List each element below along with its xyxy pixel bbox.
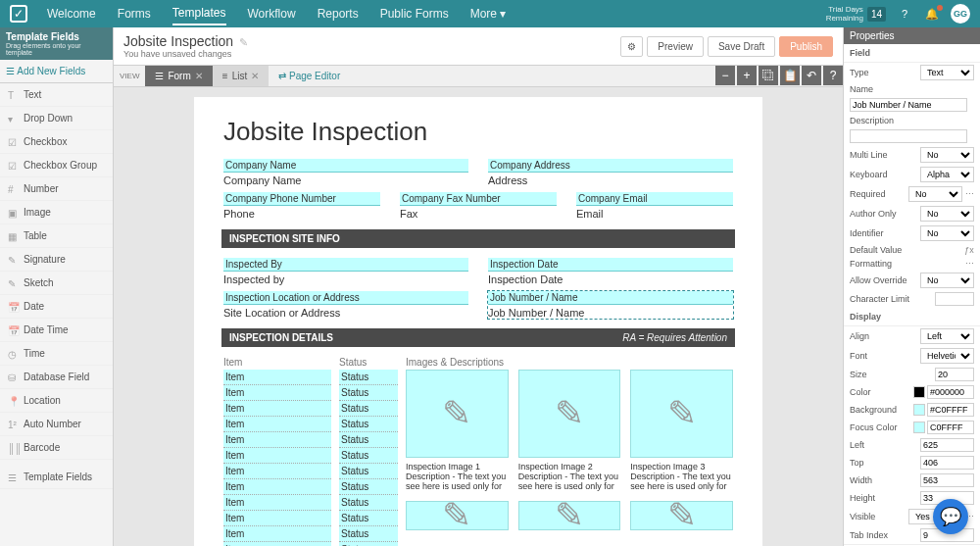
top-input[interactable] — [920, 456, 974, 470]
field-barcode[interactable]: ║║Barcode — [0, 436, 113, 460]
nav-templates[interactable]: Templates — [172, 2, 226, 25]
job-number-field[interactable]: Job Number / NameJob Number / Name — [488, 291, 733, 319]
item-cell[interactable]: Item — [223, 542, 331, 546]
more-icon[interactable]: ⋯ — [964, 259, 974, 269]
field-autonumber[interactable]: 1²Auto Number — [0, 413, 113, 436]
field-image[interactable]: ▣Image — [0, 201, 113, 224]
email-field[interactable]: Company EmailEmail — [576, 192, 733, 220]
status-cell[interactable]: Status — [339, 542, 398, 546]
inspection-image-6[interactable] — [630, 501, 733, 530]
item-cell[interactable]: Item — [223, 385, 331, 401]
charlimit-input[interactable] — [935, 292, 974, 306]
name-input[interactable] — [850, 98, 967, 112]
focus-input[interactable] — [927, 421, 974, 434]
nav-publicforms[interactable]: Public Forms — [380, 3, 449, 25]
inspection-date-field[interactable]: Inspection DateInspection Date — [488, 258, 733, 285]
help-tool-button[interactable]: ? — [823, 66, 843, 85]
field-text[interactable]: TText — [0, 83, 113, 107]
fax-field[interactable]: Company Fax NumberFax — [400, 192, 557, 220]
more-icon[interactable]: ⋯ — [964, 189, 974, 199]
field-table[interactable]: ▦Table — [0, 224, 113, 248]
template-fields-footer[interactable]: ☰Template Fields — [0, 466, 113, 489]
bg-swatch[interactable] — [913, 404, 925, 416]
field-signature[interactable]: ✎Signature — [0, 248, 113, 272]
description-input[interactable] — [850, 129, 967, 143]
field-checkbox-group[interactable]: ☑Checkbox Group — [0, 154, 113, 177]
zoom-in-button[interactable]: + — [737, 66, 757, 85]
status-cell[interactable]: Status — [339, 417, 398, 432]
item-cell[interactable]: Item — [223, 432, 331, 448]
nav-forms[interactable]: Forms — [118, 3, 151, 25]
item-cell[interactable]: Item — [223, 479, 331, 495]
app-logo[interactable] — [10, 5, 27, 23]
edit-title-icon[interactable]: ✎ — [239, 36, 248, 48]
item-cell[interactable]: Item — [223, 495, 331, 511]
phone-field[interactable]: Company Phone NumberPhone — [223, 192, 380, 220]
zoom-out-button[interactable]: − — [715, 66, 735, 85]
help-icon[interactable]: ? — [896, 5, 913, 23]
keyboard-select[interactable]: Alpha — [920, 167, 974, 182]
undo-button[interactable]: ↶ — [802, 66, 821, 85]
color-swatch[interactable] — [913, 386, 925, 398]
item-cell[interactable]: Item — [223, 370, 331, 385]
avatar[interactable]: GG — [951, 4, 970, 24]
focus-swatch[interactable] — [913, 422, 925, 433]
settings-button[interactable]: ⚙ — [620, 36, 643, 57]
required-select[interactable]: No — [908, 186, 962, 202]
notifications-icon[interactable]: 🔔 — [923, 5, 941, 23]
field-sketch[interactable]: ✎Sketch — [0, 272, 113, 295]
company-address-field[interactable]: Company AddressAddress — [488, 159, 733, 186]
status-cell[interactable]: Status — [339, 495, 398, 511]
field-checkbox[interactable]: ☑Checkbox — [0, 130, 113, 154]
status-cell[interactable]: Status — [339, 511, 398, 526]
close-icon[interactable]: ✕ — [251, 71, 259, 81]
field-number[interactable]: #Number — [0, 177, 113, 201]
item-cell[interactable]: Item — [223, 401, 331, 417]
type-select[interactable]: Text — [920, 65, 974, 80]
size-input[interactable] — [935, 368, 974, 381]
left-input[interactable] — [920, 438, 974, 452]
nav-workflow[interactable]: Workflow — [248, 3, 296, 25]
item-cell[interactable]: Item — [223, 417, 331, 432]
company-name-field[interactable]: Company NameCompany Name — [223, 159, 468, 186]
preview-button[interactable]: Preview — [647, 36, 704, 57]
formula-icon[interactable]: ƒx — [964, 245, 974, 255]
field-time[interactable]: ◷Time — [0, 342, 113, 366]
item-cell[interactable]: Item — [223, 511, 331, 526]
copy-button[interactable]: ⿻ — [759, 66, 778, 85]
field-location[interactable]: 📍Location — [0, 389, 113, 413]
override-select[interactable]: No — [920, 273, 974, 288]
color-input[interactable] — [927, 385, 974, 399]
authoronly-select[interactable]: No — [920, 206, 974, 222]
status-cell[interactable]: Status — [339, 526, 398, 542]
field-date[interactable]: 📅Date — [0, 295, 113, 319]
multiline-select[interactable]: No — [920, 147, 974, 163]
item-cell[interactable]: Item — [223, 448, 331, 464]
item-cell[interactable]: Item — [223, 464, 331, 479]
save-draft-button[interactable]: Save Draft — [708, 36, 775, 57]
inspection-image-5[interactable] — [518, 501, 621, 530]
status-cell[interactable]: Status — [339, 401, 398, 417]
tab-list[interactable]: ≡List✕ — [213, 66, 269, 86]
field-database[interactable]: ⛁Database Field — [0, 366, 113, 389]
nav-reports[interactable]: Reports — [318, 3, 359, 25]
nav-more[interactable]: More ▾ — [470, 3, 507, 25]
paste-button[interactable]: 📋 — [780, 66, 800, 85]
font-select[interactable]: Helvetica — [920, 348, 974, 364]
nav-welcome[interactable]: Welcome — [47, 3, 96, 25]
status-cell[interactable]: Status — [339, 448, 398, 464]
tab-form[interactable]: ☰Form✕ — [145, 66, 212, 86]
identifier-select[interactable]: No — [920, 225, 974, 241]
close-icon[interactable]: ✕ — [195, 71, 203, 81]
item-cell[interactable]: Item — [223, 526, 331, 542]
location-field[interactable]: Inspection Location or AddressSite Locat… — [223, 291, 468, 319]
inspection-image-1[interactable]: Inspection Image 1Description - The text… — [406, 370, 509, 491]
status-cell[interactable]: Status — [339, 370, 398, 385]
publish-button[interactable]: Publish — [779, 36, 833, 57]
field-dropdown[interactable]: ▾Drop Down — [0, 107, 113, 130]
chat-bubble-icon[interactable]: 💬 — [933, 499, 968, 534]
add-new-fields[interactable]: Add New Fields — [0, 60, 113, 83]
status-cell[interactable]: Status — [339, 479, 398, 495]
inspection-image-3[interactable]: Inspection Image 3Description - The text… — [630, 370, 733, 491]
align-select[interactable]: Left — [920, 328, 974, 344]
